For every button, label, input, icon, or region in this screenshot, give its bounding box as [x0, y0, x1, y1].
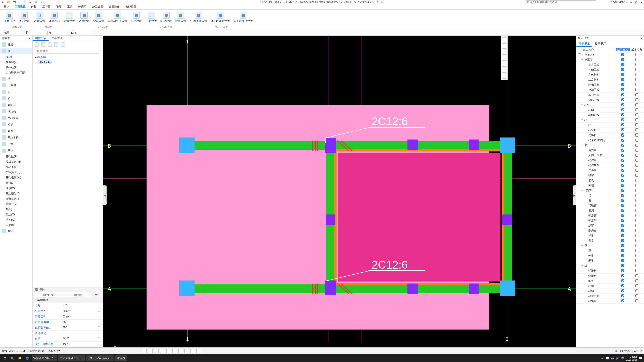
nav-subitem-13-2[interactable]: 筏板主筋(R): [0, 164, 32, 170]
display-row-17[interactable]: 约束边缘非阴...: [576, 138, 644, 143]
tree-toggle-icon[interactable]: ▾: [581, 189, 584, 192]
ribbon-btn-2-4[interactable]: ▦损耗设置: [131, 12, 142, 23]
nav-subitem-13-3[interactable]: 筏板负筋(X): [0, 170, 32, 175]
show-name-checkbox[interactable]: [635, 184, 638, 187]
show-name-checkbox[interactable]: [635, 83, 638, 86]
display-row-5[interactable]: 二次结构: [576, 77, 644, 82]
delete-component-icon[interactable]: [48, 42, 52, 47]
show-element-checkbox[interactable]: [621, 214, 624, 217]
ribbon-tab-8[interactable]: 算量协作: [108, 4, 120, 9]
show-element-checkbox[interactable]: [621, 78, 624, 81]
display-row-23[interactable]: 保温墙: [576, 168, 644, 173]
show-element-checkbox[interactable]: [621, 274, 624, 277]
ribbon-tab-7[interactable]: 施工算量: [92, 4, 104, 9]
col-show-name[interactable]: 显示名称: [630, 48, 644, 51]
show-name-checkbox[interactable]: [635, 98, 638, 101]
prop-extra[interactable]: ☐: [95, 342, 103, 347]
ribbon-tab-0[interactable]: 开始: [3, 4, 10, 9]
copy-component-icon[interactable]: [41, 42, 45, 47]
display-row-0[interactable]: ▸所有构件: [576, 52, 644, 57]
tray-icon-1[interactable]: ▲: [601, 357, 603, 360]
display-row-41[interactable]: 圈梁: [576, 258, 644, 263]
display-row-18[interactable]: ▾墙: [576, 143, 644, 148]
ribbon-btn-3-2[interactable]: ▦计算设置: [175, 12, 186, 23]
nav-subitem-1-0[interactable]: 柱(Z): [0, 54, 32, 60]
display-row-21[interactable]: 砌体墙: [576, 158, 644, 163]
task-edge-news[interactable]: 轻度降雨 加设消...: [32, 355, 57, 361]
show-element-checkbox[interactable]: [621, 239, 624, 242]
show-element-checkbox[interactable]: [621, 289, 624, 292]
show-element-checkbox[interactable]: [621, 149, 624, 152]
snap-tool-2[interactable]: [148, 349, 153, 353]
show-name-checkbox[interactable]: [635, 154, 638, 157]
display-row-32[interactable]: 带形窗: [576, 213, 644, 218]
show-element-checkbox[interactable]: [621, 294, 624, 297]
nav-panel-close-icon[interactable]: ×: [29, 37, 30, 40]
nav-subitem-1-2[interactable]: 砌体柱(Z): [0, 65, 32, 70]
display-row-master-checkbox[interactable]: [578, 53, 581, 56]
show-element-checkbox[interactable]: [621, 164, 624, 167]
show-element-checkbox[interactable]: [621, 118, 624, 121]
display-row-14[interactable]: 柱: [576, 123, 644, 128]
display-row-9[interactable]: 钢筋工程: [576, 98, 644, 103]
show-name-checkbox[interactable]: [635, 169, 638, 172]
show-element-checkbox[interactable]: [621, 159, 624, 162]
display-row-15[interactable]: 构造柱: [576, 128, 644, 133]
nav-subitem-1-3[interactable]: 约束边缘非阴影...: [0, 70, 32, 75]
nav-item-5[interactable]: 板: [0, 95, 32, 102]
snap-tool-3[interactable]: [154, 349, 159, 353]
close-icon[interactable]: ✕: [640, 1, 642, 4]
display-row-34[interactable]: 飘窗: [576, 223, 644, 228]
show-name-checkbox[interactable]: [635, 118, 638, 121]
show-name-checkbox[interactable]: [635, 179, 638, 182]
show-element-checkbox[interactable]: [621, 169, 624, 172]
nav-subitem-13-9[interactable]: 桩承台(V): [0, 201, 32, 207]
show-element-checkbox[interactable]: [621, 73, 624, 76]
tree-toggle-icon[interactable]: ▾: [581, 118, 584, 122]
show-name-checkbox[interactable]: [635, 204, 638, 207]
display-row-40[interactable]: 连梁: [576, 253, 644, 258]
prop-row-7[interactable]: B边一侧中部筋1Φ20☐: [33, 342, 103, 347]
ribbon-btn-4-2[interactable]: ▦施工段顺序设置: [233, 12, 253, 23]
task-gtj[interactable]: 广联达BIM土建计...: [58, 355, 85, 361]
nav-subitem-13-12[interactable]: 地沟(G): [0, 217, 32, 222]
show-element-checkbox[interactable]: [621, 269, 624, 272]
display-row-46[interactable]: 柱帽: [576, 284, 644, 289]
show-name-checkbox[interactable]: [635, 269, 638, 272]
nav-item-14[interactable]: 其它: [0, 228, 32, 234]
show-element-checkbox[interactable]: [621, 299, 624, 302]
property-panel-close-icon[interactable]: ×: [100, 288, 101, 291]
minimize-icon[interactable]: –: [630, 1, 632, 4]
vp-tool-4[interactable]: [502, 56, 507, 61]
prop-value[interactable]: 4Φ20: [61, 336, 95, 341]
window-style-icon[interactable]: ▫: [625, 1, 627, 4]
show-name-checkbox[interactable]: [635, 219, 638, 222]
show-name-checkbox[interactable]: [635, 174, 638, 177]
ribbon-btn-2-1[interactable]: ▦比重设置: [78, 12, 90, 23]
nav-item-10[interactable]: 装修: [0, 128, 32, 134]
floor-select[interactable]: 首层: [2, 31, 22, 35]
prop-extra[interactable]: ☐: [95, 308, 103, 314]
prop-extra[interactable]: ☐: [95, 336, 103, 341]
category-select[interactable]: 柱: [25, 31, 45, 35]
tray-notifications[interactable]: 💬: [639, 357, 642, 360]
ribbon-btn-2-2[interactable]: ▦弯钩设置: [93, 12, 104, 23]
show-element-checkbox[interactable]: [621, 219, 624, 222]
display-row-2[interactable]: 土方工程: [576, 62, 644, 67]
show-name-checkbox[interactable]: [635, 149, 638, 152]
show-element-checkbox[interactable]: [621, 108, 624, 111]
show-name-checkbox[interactable]: [635, 249, 638, 252]
display-row-7[interactable]: 外墙工程: [576, 87, 644, 93]
show-element-checkbox[interactable]: [621, 264, 624, 267]
prop-row-4[interactable]: 截面高度(H...350☐: [33, 325, 103, 331]
display-row-16[interactable]: 砌体柱: [576, 133, 644, 138]
snap-tool-9[interactable]: [190, 349, 195, 353]
show-element-checkbox[interactable]: [621, 179, 624, 182]
vp-tool-2[interactable]: [502, 43, 507, 49]
ribbon-btn-2-0[interactable]: ▦计算设置: [64, 12, 75, 23]
tray-icon-net[interactable]: 🖧: [611, 357, 614, 360]
show-name-checkbox[interactable]: [635, 159, 638, 162]
show-name-checkbox[interactable]: [635, 289, 638, 292]
display-row-20[interactable]: 人防门框墙: [576, 153, 644, 158]
ribbon-btn-4-1[interactable]: ▦施工段钢筋设置: [211, 12, 230, 23]
